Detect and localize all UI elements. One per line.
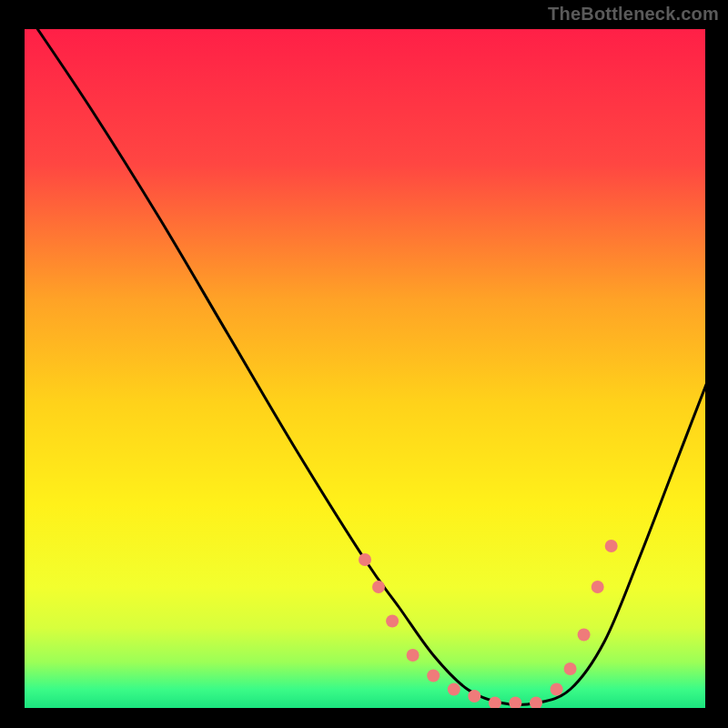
data-point (489, 697, 501, 710)
data-point (427, 670, 440, 682)
data-point (448, 683, 460, 696)
plot-background (23, 27, 707, 710)
data-point (530, 697, 542, 710)
data-point (551, 683, 563, 696)
data-point (578, 629, 591, 642)
chart-frame: TheBottleneck.com (0, 0, 728, 728)
data-point (509, 697, 521, 710)
attribution-label: TheBottleneck.com (548, 4, 719, 25)
data-point (372, 581, 385, 593)
data-point (564, 662, 577, 675)
bottleneck-chart (0, 0, 728, 728)
data-point (605, 540, 618, 552)
data-point (468, 690, 480, 703)
data-point (386, 615, 399, 628)
data-point (407, 649, 420, 662)
data-point (592, 581, 604, 593)
data-point (359, 553, 371, 566)
